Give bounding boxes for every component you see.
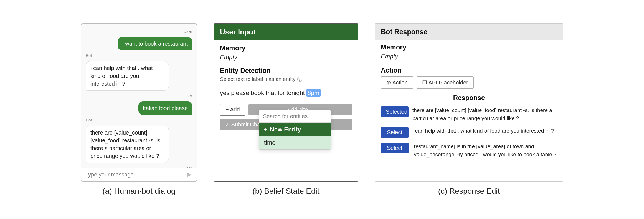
entity-dropdown: + New Entity time	[259, 110, 331, 150]
belief-text-area: yes please book that for tonight 8pm	[214, 86, 358, 100]
selected-button-1[interactable]: Selected	[381, 106, 409, 117]
belief-entity-section: Entity Detection Select text to label it…	[214, 64, 358, 86]
entity-time-option[interactable]: time	[259, 136, 331, 149]
response-action-buttons: ⊕ Action ☐ API Placeholder	[375, 76, 563, 92]
chat-bubble-user-3: Italian food please	[138, 101, 192, 115]
response-text-3: [restaurant_name] is in the [value_area]…	[412, 143, 557, 158]
chat-messages: User I want to book a restaurant Bot i c…	[81, 24, 197, 168]
label-bot-2: Bot	[86, 53, 92, 58]
chat-input[interactable]	[85, 171, 184, 178]
main-container: User I want to book a restaurant Bot i c…	[11, 23, 633, 196]
chat-bubble-user-1: I want to book a restaurant	[118, 37, 192, 50]
info-icon: i	[297, 77, 302, 82]
belief-memory-title: Memory	[214, 40, 358, 53]
belief-entity-title: Entity Detection	[220, 67, 352, 74]
response-memory-title: Memory	[375, 40, 563, 52]
response-text-1: there are [value_count] [value_food] res…	[412, 106, 557, 122]
panel-c-wrapper: Bot Response Memory Empty Action ⊕ Actio…	[375, 23, 563, 196]
panel-a-caption: (a) Human-bot dialog	[102, 187, 175, 196]
response-item-3: Select [restaurant_name] is in the [valu…	[375, 140, 563, 161]
chat-bubble-bot-2: i can help with that . what kind of food…	[86, 61, 169, 91]
belief-header: User Input	[214, 24, 358, 40]
belief-memory-content: Empty	[214, 53, 358, 64]
plus-icon: +	[264, 126, 268, 133]
api-placeholder-button[interactable]: ☐ API Placeholder	[417, 76, 474, 89]
send-icon[interactable]: ►	[186, 171, 193, 178]
panel-a-wrapper: User I want to book a restaurant Bot i c…	[81, 23, 197, 196]
add-button[interactable]: + Add	[220, 104, 245, 116]
chat-panel: User I want to book a restaurant Bot i c…	[81, 23, 197, 182]
select-button-2[interactable]: Select	[381, 127, 409, 138]
panel-b-wrapper: User Input Memory Empty Entity Detection…	[214, 23, 358, 196]
response-action-title: Action	[375, 63, 563, 76]
label-user-3: User	[183, 93, 192, 98]
panel-b-caption: (b) Belief State Edit	[252, 187, 319, 196]
highlighted-8pm: 8pm	[306, 89, 321, 97]
response-resp-title: Response	[375, 92, 563, 104]
response-text-2: i can help with that . what kind of food…	[412, 127, 554, 135]
label-user-1: User	[183, 29, 192, 34]
response-memory-content: Empty	[375, 52, 563, 63]
select-button-3[interactable]: Select	[381, 143, 409, 153]
entity-search-input[interactable]	[259, 110, 331, 123]
label-bot-4: Bot	[86, 118, 92, 122]
belief-entity-instruction: Select text to label it as an entity i	[220, 76, 352, 82]
response-panel: Bot Response Memory Empty Action ⊕ Actio…	[375, 23, 563, 182]
response-item-1: Selected there are [value_count] [value_…	[375, 104, 563, 125]
new-entity-option[interactable]: + New Entity	[259, 123, 331, 136]
panel-c-caption: (c) Response Edit	[438, 187, 500, 196]
chat-input-row: ►	[81, 168, 197, 181]
chat-bubble-bot-4: there are [value_count] [value_food] res…	[86, 126, 169, 163]
action-button[interactable]: ⊕ Action	[381, 76, 413, 89]
response-header: Bot Response	[375, 24, 563, 40]
response-item-2: Select i can help with that . what kind …	[375, 125, 563, 140]
label-user-5: User	[183, 166, 192, 168]
belief-panel: User Input Memory Empty Entity Detection…	[214, 23, 358, 182]
